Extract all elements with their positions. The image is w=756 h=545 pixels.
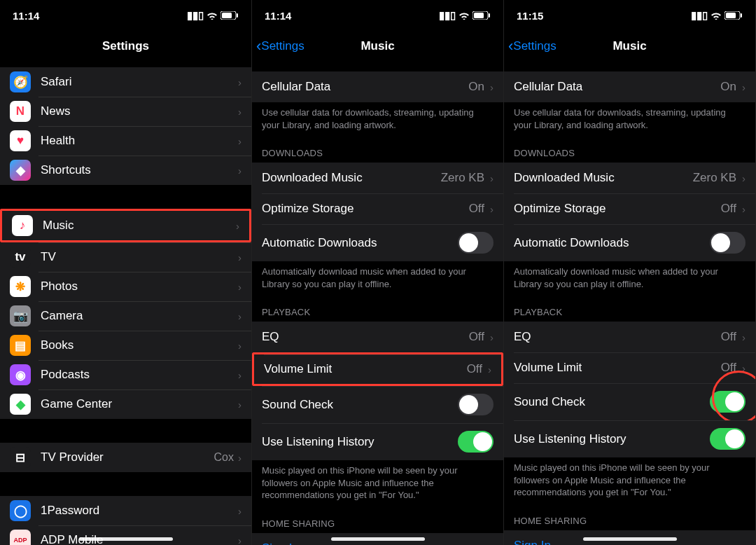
listening-history-row[interactable]: Use Listening History bbox=[504, 420, 755, 457]
chevron-right-icon: › bbox=[238, 452, 241, 464]
chevron-right-icon: › bbox=[238, 281, 241, 293]
settings-row-camera[interactable]: 📷Camera› bbox=[0, 301, 251, 331]
detail-list[interactable]: Cellular Data On › Use cellular data for… bbox=[504, 62, 755, 545]
row-label: Downloaded Music bbox=[514, 171, 693, 185]
settings-list[interactable]: 🧭Safari›NNews›♥Health›◆Shortcuts›♪Music›… bbox=[0, 62, 251, 545]
settings-row-music[interactable]: ♪Music› bbox=[0, 209, 251, 242]
status-bar: 11:15 ▮▮▯ bbox=[504, 0, 755, 31]
status-bar: 11:14 ▮▮▯ bbox=[0, 0, 251, 31]
chevron-right-icon: › bbox=[490, 203, 493, 215]
status-icons: ▮▮▯ bbox=[439, 9, 491, 22]
chevron-right-icon: › bbox=[238, 135, 241, 147]
row-label: Use Listening History bbox=[514, 432, 710, 446]
settings-row-gamecenter[interactable]: ◆Game Center› bbox=[0, 389, 251, 419]
row-label: Cellular Data bbox=[514, 80, 720, 94]
wifi-icon bbox=[206, 11, 218, 20]
optimize-storage-row[interactable]: Optimize Storage Off › bbox=[252, 193, 503, 224]
detail-list[interactable]: Cellular Data On › Use cellular data for… bbox=[252, 62, 503, 545]
row-label: Photos bbox=[41, 280, 238, 294]
automatic-downloads-row[interactable]: Automatic Downloads bbox=[504, 224, 755, 261]
chevron-right-icon: › bbox=[238, 399, 241, 411]
eq-row[interactable]: EQ Off › bbox=[504, 322, 755, 352]
sign-in-link[interactable]: Sign In bbox=[262, 541, 493, 545]
chevron-right-icon: › bbox=[238, 534, 241, 546]
row-label: Volume Limit bbox=[264, 362, 467, 376]
back-button[interactable]: ‹ Settings bbox=[508, 39, 556, 54]
automatic-downloads-row[interactable]: Automatic Downloads bbox=[252, 224, 503, 261]
row-label: Safari bbox=[41, 75, 238, 89]
sound-check-row[interactable]: Sound Check bbox=[504, 383, 755, 420]
gamecenter-icon: ◆ bbox=[10, 394, 31, 415]
chevron-right-icon: › bbox=[488, 364, 491, 375]
row-label: Health bbox=[41, 134, 238, 148]
history-footer: Music played on this iPhone will be seen… bbox=[252, 460, 503, 504]
chevron-right-icon: › bbox=[490, 172, 493, 184]
settings-row-podcasts[interactable]: ◉Podcasts› bbox=[0, 360, 251, 389]
chevron-right-icon: › bbox=[742, 203, 746, 215]
settings-row-1password[interactable]: ◯1Password› bbox=[0, 496, 251, 525]
signal-icon: ▮▮▯ bbox=[187, 9, 204, 22]
settings-row-photos[interactable]: ❋Photos› bbox=[0, 272, 251, 301]
row-label: TV Provider bbox=[41, 450, 214, 464]
settings-row-news[interactable]: NNews› bbox=[0, 97, 251, 126]
listening-history-toggle[interactable] bbox=[458, 431, 493, 453]
wifi-icon bbox=[458, 11, 470, 20]
cellular-footer: Use cellular data for downloads, streami… bbox=[252, 102, 503, 134]
settings-row-books[interactable]: ▤Books› bbox=[0, 331, 251, 360]
automatic-downloads-toggle[interactable] bbox=[458, 232, 493, 254]
volume-limit-row[interactable]: Volume Limit Off › bbox=[504, 352, 755, 383]
podcasts-icon: ◉ bbox=[10, 364, 31, 385]
shortcuts-icon: ◆ bbox=[10, 160, 31, 181]
status-icons: ▮▮▯ bbox=[187, 9, 239, 22]
back-label: Settings bbox=[513, 39, 556, 53]
music-settings-screen-b: 11:15 ▮▮▯ ‹ Settings Music Cellular Data… bbox=[504, 0, 756, 545]
settings-row-tv[interactable]: tvTV› bbox=[0, 242, 251, 272]
1password-icon: ◯ bbox=[10, 500, 31, 521]
settings-row-tvprovider[interactable]: ⊟TV ProviderCox› bbox=[0, 443, 251, 472]
row-value: Off bbox=[721, 330, 736, 344]
svg-rect-4 bbox=[474, 13, 484, 18]
row-label: Optimize Storage bbox=[262, 202, 469, 216]
cellular-data-row[interactable]: Cellular Data On › bbox=[252, 71, 503, 102]
settings-row-shortcuts[interactable]: ◆Shortcuts› bbox=[0, 156, 251, 185]
row-label: News bbox=[41, 104, 238, 118]
sound-check-row[interactable]: Sound Check bbox=[252, 386, 503, 423]
cellular-footer: Use cellular data for downloads, streami… bbox=[504, 102, 755, 134]
safari-icon: 🧭 bbox=[10, 71, 31, 92]
sound-check-toggle[interactable] bbox=[710, 391, 746, 413]
settings-row-adpmobile[interactable]: ADPADP Mobile› bbox=[0, 525, 251, 545]
settings-row-safari[interactable]: 🧭Safari› bbox=[0, 67, 251, 97]
cellular-data-row[interactable]: Cellular Data On › bbox=[504, 71, 755, 102]
battery-icon bbox=[724, 11, 743, 20]
row-value: On bbox=[468, 80, 484, 94]
svg-rect-5 bbox=[489, 13, 490, 18]
home-sharing-header: HOME SHARING bbox=[504, 502, 755, 530]
volume-limit-row[interactable]: Volume Limit Off › bbox=[252, 352, 503, 386]
listening-history-toggle[interactable] bbox=[710, 428, 746, 450]
row-label: Use Listening History bbox=[262, 435, 458, 449]
back-button[interactable]: ‹ Settings bbox=[256, 39, 304, 54]
row-label: Music bbox=[43, 219, 236, 233]
eq-row[interactable]: EQ Off › bbox=[252, 322, 503, 352]
listening-history-row[interactable]: Use Listening History bbox=[252, 423, 503, 460]
downloaded-music-row[interactable]: Downloaded Music Zero KB › bbox=[252, 163, 503, 193]
status-bar: 11:14 ▮▮▯ bbox=[252, 0, 503, 31]
row-label: Automatic Downloads bbox=[514, 236, 710, 250]
row-label: Volume Limit bbox=[514, 361, 721, 375]
row-label: Sound Check bbox=[514, 395, 710, 409]
settings-row-health[interactable]: ♥Health› bbox=[0, 126, 251, 156]
sound-check-toggle[interactable] bbox=[458, 394, 493, 415]
chevron-right-icon: › bbox=[490, 331, 493, 343]
row-label: Shortcuts bbox=[41, 163, 238, 177]
downloaded-music-row[interactable]: Downloaded Music Zero KB › bbox=[504, 163, 755, 193]
nav-header: ‹ Settings Music bbox=[504, 31, 755, 62]
row-value: Zero KB bbox=[441, 171, 484, 185]
chevron-right-icon: › bbox=[238, 340, 241, 352]
row-label: Optimize Storage bbox=[514, 202, 721, 216]
status-time: 11:14 bbox=[13, 10, 39, 22]
chevron-right-icon: › bbox=[742, 81, 746, 93]
row-label: Camera bbox=[41, 309, 238, 323]
automatic-downloads-toggle[interactable] bbox=[710, 232, 746, 254]
optimize-storage-row[interactable]: Optimize Storage Off › bbox=[504, 193, 755, 224]
wifi-icon bbox=[710, 11, 722, 20]
